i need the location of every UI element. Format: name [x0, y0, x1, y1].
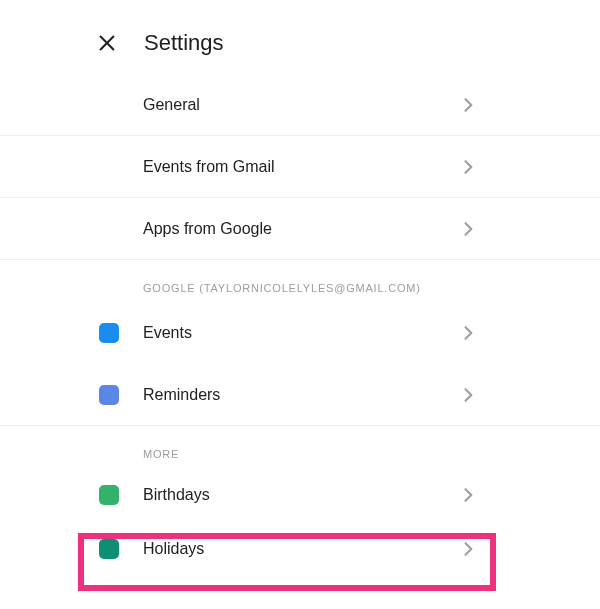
settings-screen: Settings General Events from Gmail Apps … — [0, 0, 600, 576]
calendar-color-swatch — [99, 485, 119, 505]
calendar-color-swatch — [99, 323, 119, 343]
settings-row-apps-google[interactable]: Apps from Google — [0, 198, 600, 260]
chevron-right-icon — [458, 219, 478, 239]
row-label: Events from Gmail — [143, 158, 458, 176]
calendar-color-swatch — [99, 539, 119, 559]
settings-row-events[interactable]: Events — [0, 302, 600, 364]
settings-row-holidays[interactable]: Holidays — [0, 522, 600, 576]
section-header-account: GOOGLE (TAYLORNICOLELYLES@GMAIL.COM) — [0, 260, 600, 302]
settings-row-reminders[interactable]: Reminders — [0, 364, 600, 426]
header: Settings — [0, 30, 600, 74]
chevron-right-icon — [458, 385, 478, 405]
row-label: Events — [143, 324, 458, 342]
chevron-right-icon — [458, 157, 478, 177]
calendar-color-swatch — [99, 385, 119, 405]
settings-row-general[interactable]: General — [0, 74, 600, 136]
row-label: Holidays — [143, 540, 458, 558]
chevron-right-icon — [458, 485, 478, 505]
row-label: General — [143, 96, 458, 114]
close-icon[interactable] — [96, 32, 118, 54]
chevron-right-icon — [458, 95, 478, 115]
chevron-right-icon — [458, 323, 478, 343]
section-header-more: MORE — [0, 426, 600, 468]
row-label: Birthdays — [143, 486, 458, 504]
row-label: Reminders — [143, 386, 458, 404]
settings-row-events-gmail[interactable]: Events from Gmail — [0, 136, 600, 198]
chevron-right-icon — [458, 539, 478, 559]
settings-row-birthdays[interactable]: Birthdays — [0, 468, 600, 522]
row-label: Apps from Google — [143, 220, 458, 238]
